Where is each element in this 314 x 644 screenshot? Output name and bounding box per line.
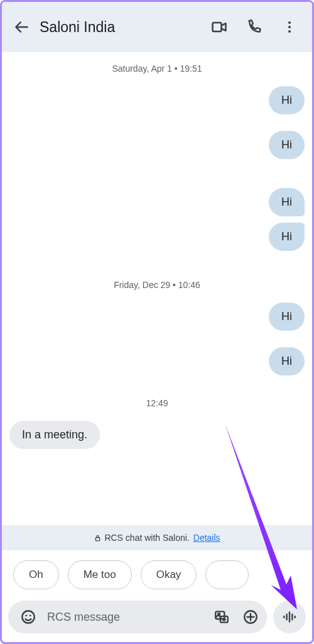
svg-point-7: [30, 614, 31, 616]
message-out[interactable]: Hi: [269, 131, 305, 159]
time-separator: 12:49: [9, 398, 305, 408]
voice-message-button[interactable]: [273, 601, 306, 633]
message-out[interactable]: Hi: [269, 223, 305, 251]
attach-button[interactable]: [238, 604, 263, 630]
svg-point-6: [25, 614, 27, 616]
more-button[interactable]: [273, 11, 306, 43]
video-call-button[interactable]: [203, 11, 236, 43]
lock-icon: [94, 534, 102, 542]
svg-rect-4: [96, 537, 100, 540]
gallery-button[interactable]: [209, 604, 234, 630]
header-actions: [203, 11, 306, 43]
chat-area[interactable]: Saturday, Apr 1 • 19:51 Hi Hi Hi Hi Frid…: [2, 52, 312, 525]
svg-point-3: [288, 30, 291, 33]
message-out[interactable]: Hi: [269, 86, 305, 114]
svg-point-1: [288, 21, 291, 24]
rcs-text: RCS chat with Saloni.: [104, 533, 189, 543]
message-out[interactable]: Hi: [269, 303, 305, 331]
smart-reply-chip[interactable]: Okay: [141, 560, 197, 589]
smart-reply-chip[interactable]: Me too: [68, 560, 132, 589]
smart-reply-chip[interactable]: [205, 560, 249, 589]
message-in[interactable]: In a meeting.: [9, 421, 100, 449]
compose-input-container[interactable]: RCS message: [8, 601, 267, 633]
svg-point-2: [288, 26, 291, 28]
svg-point-5: [22, 611, 35, 623]
contact-name[interactable]: Saloni India: [40, 19, 203, 36]
smart-reply-chip[interactable]: Oh: [13, 560, 59, 589]
call-button[interactable]: [238, 11, 271, 43]
app-bar: Saloni India: [2, 2, 312, 52]
compose-bar: RCS message: [2, 596, 312, 642]
rcs-info-bar: RCS chat with Saloni. Details: [2, 525, 312, 550]
svg-rect-0: [213, 23, 222, 31]
message-input[interactable]: RCS message: [47, 611, 205, 624]
smart-reply-row: Oh Me too Okay: [2, 550, 312, 596]
message-out[interactable]: Hi: [269, 347, 305, 375]
date-separator: Saturday, Apr 1 • 19:51: [9, 64, 305, 74]
message-out[interactable]: Hi: [269, 188, 305, 216]
emoji-button[interactable]: [16, 604, 41, 630]
rcs-details-link[interactable]: Details: [193, 533, 220, 543]
back-button[interactable]: [8, 13, 36, 41]
date-separator: Friday, Dec 29 • 10:46: [9, 280, 305, 290]
